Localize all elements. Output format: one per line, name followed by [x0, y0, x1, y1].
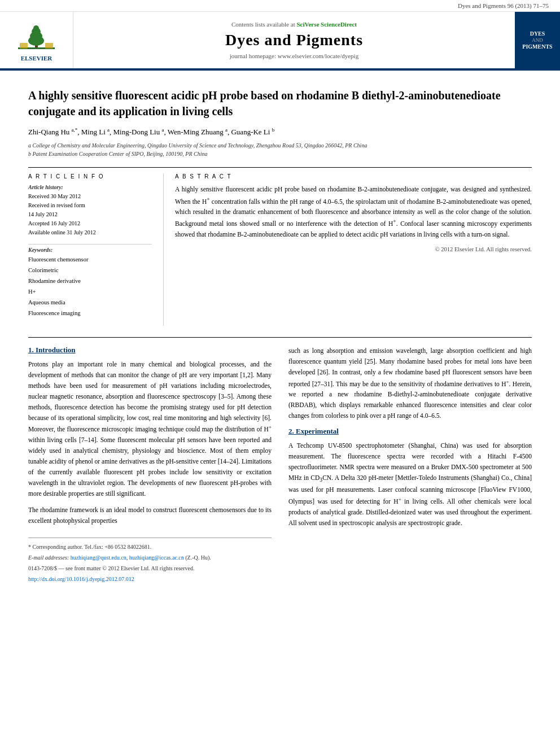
authors-line: Zhi-Qiang Hu a,*, Ming Li a, Ming-Dong L… [28, 127, 532, 137]
affiliation-b: b Patent Examination Cooperation Center … [28, 150, 532, 158]
body-content: 1. Introduction Protons play an importan… [28, 337, 532, 586]
received-date: Received 30 May 2012 [28, 192, 152, 201]
badge-line1: DYES [530, 30, 545, 37]
keyword-6: Fluorescence imaging [28, 308, 152, 319]
badge-line2: AND [532, 37, 543, 43]
author-abbr: (Z.-Q. Hu). [185, 554, 211, 561]
right-intro-para: such as long absorption and emission wav… [288, 346, 532, 422]
journal-header: ELSEVIER Contents lists available at Sci… [0, 12, 560, 69]
main-content-area: A highly sensitive fluorescent acidic pH… [0, 71, 560, 602]
available-date: Available online 31 July 2012 [28, 228, 152, 237]
sciverse-anchor[interactable]: SciVerse ScienceDirect [296, 21, 357, 28]
paper-title: A highly sensitive fluorescent acidic pH… [28, 88, 532, 119]
keywords-label: Keywords: [28, 247, 152, 253]
abstract-text: A highly sensitive fluorescent acidic pH… [175, 184, 532, 239]
svg-point-5 [33, 25, 39, 31]
copyright-notice: © 2012 Elsevier Ltd. All rights reserved… [175, 246, 532, 252]
issn-line: 0143-7208/$ — see front matter © 2012 El… [28, 564, 272, 573]
info-divider [28, 244, 152, 244]
body-two-columns: 1. Introduction Protons play an importan… [28, 346, 532, 586]
keyword-3: Rhodamine derivative [28, 276, 152, 287]
abstract-column: A B S T R A C T A highly sensitive fluor… [164, 173, 532, 325]
intro-para-1: Protons play an important role in many c… [28, 359, 272, 499]
email-link-2[interactable]: huzhiqiang@iccas.ac.cn [129, 554, 184, 561]
svg-rect-7 [45, 43, 53, 49]
journal-volume-info: Dyes and Pigments 96 (2013) 71–75 [458, 2, 549, 9]
affiliations-block: a College of Chemistry and Molecular Eng… [28, 141, 532, 158]
intro-para-2: The rhodamine framework is an ideal mode… [28, 505, 272, 526]
history-label: Article history: [28, 184, 152, 190]
sciverse-link[interactable]: Contents lists available at SciVerse Sci… [231, 21, 357, 28]
keyword-1: Fluorescent chemosensor [28, 255, 152, 265]
journal-citation-bar: Dyes and Pigments 96 (2013) 71–75 [0, 0, 560, 12]
journal-badge-area: DYES AND PIGMENTS [515, 12, 560, 68]
journal-homepage-url: journal homepage: www.elsevier.com/locat… [230, 53, 358, 59]
journal-main-title: Dyes and Pigments [225, 31, 363, 49]
journal-title-area: Contents lists available at SciVerse Sci… [73, 12, 515, 68]
introduction-title: 1. Introduction [28, 346, 272, 355]
badge-line3: PIGMENTS [522, 43, 552, 50]
dyes-pigments-badge: DYES AND PIGMENTS [518, 25, 557, 55]
keywords-block: Keywords: Fluorescent chemosensor Colori… [28, 247, 152, 318]
corresponding-author-note: * Corresponding author. Tel./fax: +86 05… [28, 543, 272, 552]
elsevier-tree-icon [15, 19, 58, 53]
body-left-column: 1. Introduction Protons play an importan… [28, 346, 272, 586]
elsevier-text-label: ELSEVIER [21, 55, 53, 62]
doi-link[interactable]: http://dx.doi.org/10.1016/j.dyepig.2012.… [28, 576, 134, 582]
keyword-2: Colorimetric [28, 265, 152, 276]
article-info-abstract-section: A R T I C L E I N F O Article history: R… [28, 167, 532, 325]
affiliation-a: a College of Chemistry and Molecular Eng… [28, 141, 532, 150]
abstract-header: A B S T R A C T [175, 173, 532, 180]
keyword-4: H+ [28, 287, 152, 298]
revised-date: Received in revised form14 July 2012 [28, 201, 152, 219]
article-info-header: A R T I C L E I N F O [28, 173, 152, 180]
email-note: E-mail addresses: huzhiqiang@qust.edu.cn… [28, 553, 272, 562]
body-right-column: such as long absorption and emission wav… [288, 346, 532, 586]
article-info-column: A R T I C L E I N F O Article history: R… [28, 173, 164, 325]
authors-text: Zhi-Qiang Hu a,*, Ming Li a, Ming-Dong L… [28, 128, 274, 136]
email-label: E-mail addresses: [28, 554, 69, 561]
article-history-block: Article history: Received 30 May 2012 Re… [28, 184, 152, 237]
email-link-1[interactable]: huzhiqiang@qust.edu.cn [71, 554, 126, 561]
elsevier-logo: ELSEVIER [15, 19, 58, 62]
footer-area: * Corresponding author. Tel./fax: +86 05… [28, 538, 272, 584]
svg-rect-6 [20, 43, 28, 49]
elsevier-logo-area: ELSEVIER [0, 12, 73, 68]
experimental-para: A Techcomp UV-8500 spectrophotometer (Sh… [288, 440, 532, 528]
doi-line: http://dx.doi.org/10.1016/j.dyepig.2012.… [28, 575, 272, 584]
experimental-title: 2. Experimental [288, 427, 532, 436]
keyword-5: Aqueous media [28, 298, 152, 308]
keywords-list: Fluorescent chemosensor Colorimetric Rho… [28, 255, 152, 318]
accepted-date: Accepted 16 July 2012 [28, 219, 152, 228]
